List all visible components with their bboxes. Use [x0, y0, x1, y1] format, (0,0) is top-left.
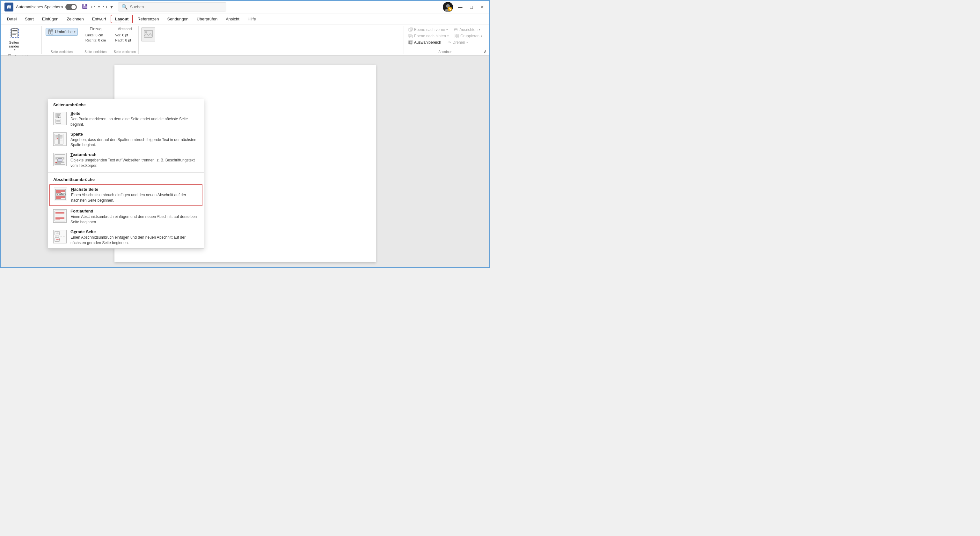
svg-rect-30 [410, 28, 412, 30]
dropdown-item-seite[interactable]: Seite Den Punkt markieren, an dem eine S… [48, 109, 204, 130]
spalte-item-desc: Angeben, dass der auf den Spaltenumbruch… [70, 137, 199, 148]
page-area: Seitenumbrüche Seite Den Punkt mark [1, 56, 489, 268]
autosave-toggle[interactable] [65, 4, 77, 10]
dropdown-item-naechste-seite[interactable]: Nächste Seite Einen Abschnittsumbruch ei… [49, 184, 202, 206]
naechste-seite-item-desc: Einen Abschnittsumbruch einfügen und den… [71, 192, 198, 203]
more-icon[interactable]: ▾ [110, 4, 113, 10]
dropdown-item-spalte[interactable]: Spalte Angeben, dass der auf den Spalten… [48, 130, 204, 151]
fortlaufend-item-title: Fortlaufend [70, 209, 199, 214]
svg-rect-67 [58, 159, 62, 162]
drehen-label: Drehen [453, 40, 465, 45]
textumbruch-icon [53, 153, 67, 166]
svg-rect-34 [409, 34, 411, 37]
seitenraender-button[interactable]: Seiten-ränder ▾ [6, 27, 24, 53]
ausrichten-button[interactable]: Ausrichten ▾ [452, 27, 482, 32]
svg-point-28 [145, 31, 147, 33]
svg-rect-36 [457, 34, 459, 36]
svg-rect-1 [84, 4, 86, 6]
gerade-seite-item-desc: Einen Abschnittsumbruch einfügen und den… [70, 235, 199, 246]
seite-break-icon [53, 112, 67, 125]
dropdown-item-gerade-seite[interactable]: =2= >4= Gerade Seite Einen Abschnittsumb… [48, 228, 204, 248]
minimize-button[interactable]: — [457, 3, 464, 11]
drehen-button[interactable]: Drehen ▾ [445, 40, 470, 45]
search-input[interactable] [130, 5, 194, 9]
spalte-item-title: Spalte [70, 132, 199, 137]
undo-dropdown-icon[interactable]: ▾ [98, 5, 100, 9]
section2-title: Abschnittsumbrüche [48, 174, 204, 184]
close-button[interactable]: ✕ [479, 3, 485, 11]
auswahlbereich-button[interactable]: Auswahlbereich [406, 40, 443, 45]
dropdown-item-fortlaufend[interactable]: Fortlaufend Einen Abschnittsumbruch einf… [48, 207, 204, 228]
svg-rect-38 [457, 37, 459, 38]
autosave-label: Automatisches Speichern [16, 5, 63, 9]
ebene-hinten-button[interactable]: Ebene nach hinten ▾ [406, 33, 451, 39]
ribbon-group-anordnen: Ebene nach vorne ▾ Ausrichten ▾ Ebene na… [404, 26, 487, 54]
undo-icon[interactable]: ↩ [91, 4, 95, 10]
ribbon: Seiten-ränder ▾ Ausrichtung ▾ Format ▾ S… [1, 25, 489, 56]
naechste-seite-item-text: Nächste Seite Einen Abschnittsumbruch ei… [71, 187, 198, 203]
svg-rect-2 [83, 6, 87, 8]
umbrueche-dropdown: Seitenumbrüche Seite Den Punkt mark [48, 99, 204, 249]
save-icon[interactable] [82, 3, 88, 11]
menu-ansicht[interactable]: Ansicht [222, 15, 243, 23]
menu-sendungen[interactable]: Sendungen [164, 15, 192, 23]
umbrueche-arrow: ▾ [74, 30, 76, 34]
menu-layout[interactable]: Layout [111, 15, 133, 23]
menu-hilfe[interactable]: Hilfe [244, 15, 260, 23]
umbrueche-label: Umbrüche [55, 30, 72, 34]
menu-einfuegen[interactable]: Einfügen [38, 15, 62, 23]
ebene-vorne-button[interactable]: Ebene nach vorne ▾ [406, 27, 450, 32]
seite-einrichten-label3: Seite einrichten [84, 50, 107, 54]
auswahlbereich-label: Auswahlbereich [414, 40, 441, 45]
maximize-button[interactable]: □ [469, 3, 474, 11]
gruppieren-arrow: ▾ [481, 35, 482, 38]
seite-item-desc: Den Punkt markieren, an dem eine Seite e… [70, 116, 199, 127]
fortlaufend-item-text: Fortlaufend Einen Abschnittsumbruch einf… [70, 209, 199, 225]
spalte-item-text: Spalte Angeben, dass der auf den Spalten… [70, 132, 199, 148]
gerade-seite-item-text: Gerade Seite Einen Abschnittsumbruch ein… [70, 230, 199, 246]
collapse-ribbon-button[interactable]: ∧ [484, 49, 487, 54]
titlebar: W Automatisches Speichern ↩ ▾ ↪ ▾ 🔍 G [1, 1, 489, 13]
abstand-label: Seite einrichten [114, 50, 136, 54]
word-logo: W [5, 3, 13, 11]
textumbruch-item-desc: Objekte umgebenden Text auf Webseiten tr… [70, 158, 199, 169]
svg-rect-35 [455, 34, 457, 36]
redo-icon[interactable]: ↪ [103, 4, 107, 10]
section1-title: Seitenumbrüche [48, 99, 204, 109]
ebene-vorne-label: Ebene nach vorne [414, 27, 445, 32]
ribbon-group-einzug: Einzug Links: 0 cm Rechts: 0 cm Seite ei… [82, 26, 110, 54]
fortlaufend-icon [53, 209, 67, 223]
svg-rect-8 [11, 29, 18, 37]
textumbruch-item-text: Textumbruch Objekte umgebenden Text auf … [70, 152, 199, 169]
gerade-seite-item-title: Gerade Seite [70, 230, 199, 234]
menu-entwurf[interactable]: Entwurf [88, 15, 110, 23]
svg-text:>4=: >4= [56, 239, 60, 241]
gerade-seite-icon: =2= >4= [53, 230, 67, 243]
gruppieren-button[interactable]: Gruppieren ▾ [453, 33, 484, 39]
svg-rect-27 [144, 30, 153, 37]
ribbon-group-seite: Seiten-ränder ▾ Ausrichtung ▾ Format ▾ S… [3, 26, 42, 54]
ribbon-group-umbrueche: Umbrüche ▾ Seite einrichten [43, 26, 80, 54]
svg-rect-51 [59, 134, 63, 144]
menu-start[interactable]: Start [21, 15, 37, 23]
dropdown-item-textumbruch[interactable]: Textumbruch Objekte umgebenden Text auf … [48, 150, 204, 171]
search-icon: 🔍 [121, 4, 128, 10]
ausrichten-arrow: ▾ [479, 28, 480, 31]
svg-text:=2=: =2= [56, 232, 60, 234]
seite-einrichten-label2: Seite einrichten [46, 50, 78, 54]
avatar[interactable]: G [443, 2, 453, 12]
ebene-hinten-label: Ebene nach hinten [414, 34, 446, 38]
menu-datei[interactable]: Datei [3, 15, 21, 23]
menu-referenzen[interactable]: Referenzen [134, 15, 162, 23]
naechste-seite-icon [54, 188, 67, 201]
search-box[interactable]: 🔍 [118, 2, 226, 11]
drehen-arrow: ▾ [466, 41, 468, 44]
umbrueche-button[interactable]: Umbrüche ▾ [46, 28, 78, 36]
ebene-vorne-arrow: ▾ [446, 28, 448, 31]
fortlaufend-item-desc: Einen Abschnittsumbruch einfügen und den… [70, 214, 199, 225]
menu-ueberpruefen[interactable]: Überprüfen [193, 15, 221, 23]
window-controls: — □ ✕ [457, 3, 485, 11]
seite-item-text: Seite Den Punkt markieren, an dem eine S… [70, 111, 199, 127]
menu-zeichnen[interactable]: Zeichnen [63, 15, 88, 23]
einzug-header: Einzug [84, 27, 107, 31]
